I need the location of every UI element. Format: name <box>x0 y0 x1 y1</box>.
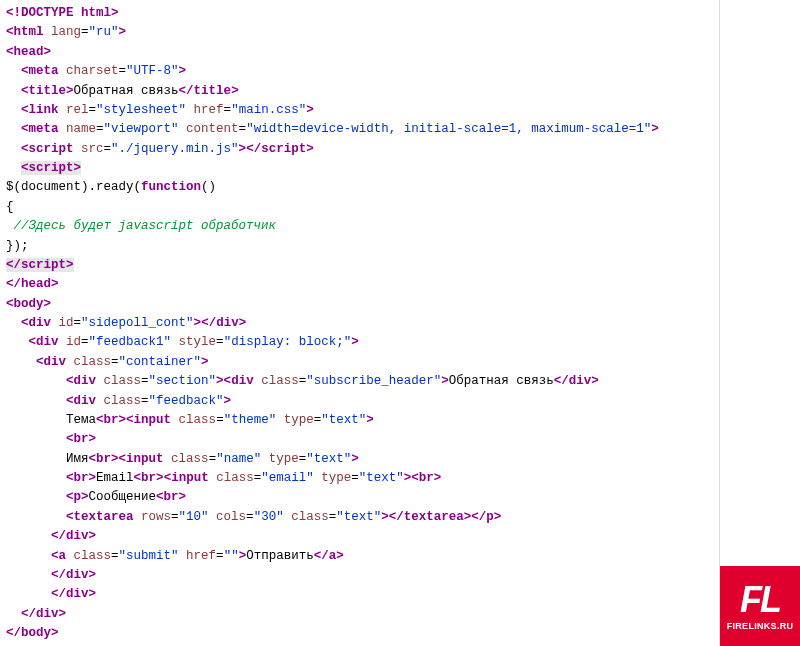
firelinks-logo: FL FIRELINKS.RU <box>720 566 800 646</box>
logo-big-text: FL <box>740 582 780 618</box>
code-editor: <!DOCTYPE html> <html lang="ru"> <head> … <box>0 0 720 646</box>
logo-small-text: FIRELINKS.RU <box>727 621 794 631</box>
